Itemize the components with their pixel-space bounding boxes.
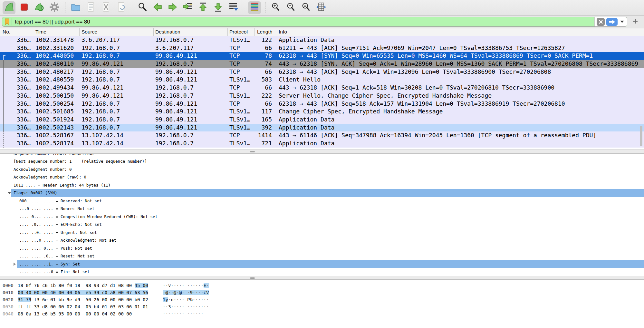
- packet-row[interactable]: 336…1002.49943499.86.49.121192.168.0.7TC…: [0, 84, 644, 92]
- expander-open-icon[interactable]: [8, 192, 11, 194]
- pane-splitter[interactable]: [0, 150, 644, 154]
- packet-row[interactable]: 336…1002.448050192.168.0.799.86.49.121TC…: [0, 52, 644, 60]
- packet-row[interactable]: 336…1002.3314783.6.207.117192.168.0.7TLS…: [0, 36, 644, 44]
- column-header-protocol[interactable]: Protocol: [228, 28, 255, 36]
- hex-row[interactable]: 001000 40 00 00 40 00 40 06 e5 39 c0 a8 …: [0, 289, 644, 296]
- capture-options-button[interactable]: [48, 1, 61, 14]
- packet-row[interactable]: 336…1002.52817413.107.42.14192.168.0.7TL…: [0, 140, 644, 148]
- packet-row[interactable]: 336…1002.50015099.86.49.121192.168.0.7TL…: [0, 92, 644, 100]
- packet-list-header: No.TimeSourceDestinationProtocolLengthIn…: [0, 28, 644, 36]
- column-header-length[interactable]: Length: [255, 28, 272, 36]
- chevron-down-icon[interactable]: [620, 21, 624, 23]
- packet-list-pane: 336…1002.3314783.6.207.117192.168.0.7TLS…: [0, 36, 644, 150]
- display-filter-bar: tcp.port == 80 || udp.port == 80: [0, 15, 644, 28]
- scrollbar-thumb[interactable]: [640, 126, 642, 146]
- detail-tree-row[interactable]: .... ..0. .... = Urgent: Not set: [0, 229, 644, 237]
- ascii-char: &: [190, 297, 192, 302]
- cell-protocol: TLSv1…: [228, 92, 255, 100]
- ascii-char: ·: [174, 304, 176, 309]
- detail-tree-row[interactable]: .... ...0 .... = Acknowledgment: Not set: [0, 236, 644, 245]
- p​ane-splitter[interactable]: [0, 276, 644, 280]
- open-file-button[interactable]: [69, 1, 82, 14]
- filter-apply-button[interactable]: [606, 18, 618, 26]
- find-packet-button[interactable]: [136, 1, 149, 14]
- save-file-button[interactable]: [84, 1, 97, 14]
- detail-tree-row[interactable]: Acknowledgment number (raw): 0: [0, 173, 644, 181]
- zoom-reset-button[interactable]: [300, 1, 312, 14]
- ascii-char: ·: [198, 304, 201, 309]
- hex-bytes: 00 40 00 00 40 00 40 06 e5 39 c0 a8 00 0…: [18, 289, 163, 296]
- zoom-in-button[interactable]: [269, 1, 282, 14]
- filter-clear-button[interactable]: [597, 18, 605, 26]
- detail-tree-row[interactable]: .... .... 0... = Push: Not set: [0, 245, 644, 253]
- hex-byte: 79: [26, 297, 31, 302]
- hex-byte: 00: [67, 311, 72, 316]
- packet-row[interactable]: 336…1002.48011099.86.49.121192.168.0.7TC…: [0, 60, 644, 68]
- detail-tree-row[interactable]: [Next sequence number: 1 (relative seque…: [0, 158, 644, 166]
- detail-tree-row[interactable]: .... .... .0.. = Reset: Not set: [0, 252, 644, 260]
- detail-tree-row[interactable]: .... .0.. .... = ECN-Echo: Not set: [0, 221, 644, 229]
- hex-row[interactable]: 004008 0a 13 e6 b5 95 00 00 00 00 04 02 …: [0, 310, 644, 317]
- restart-capture-button[interactable]: [33, 1, 46, 14]
- hex-byte: 06: [75, 290, 80, 295]
- go-forward-button[interactable]: [166, 1, 179, 14]
- colorize-packets-button[interactable]: [248, 1, 261, 14]
- cell-length: 583: [255, 76, 272, 84]
- column-header-time[interactable]: Time: [33, 28, 80, 36]
- ascii-char: ·: [198, 290, 201, 295]
- auto-scroll-button[interactable]: [227, 1, 240, 14]
- cell-protocol: TCP: [228, 44, 255, 52]
- go-to-packet-button[interactable]: [181, 1, 194, 14]
- filter-value[interactable]: tcp.port == 80 || udp.port == 80: [15, 19, 594, 25]
- hex-byte: 80: [58, 283, 64, 288]
- detail-tree-row[interactable]: ...0 .... .... = Nonce: Not set: [0, 205, 644, 213]
- column-header-source[interactable]: Source: [80, 28, 154, 36]
- packet-row[interactable]: 336…1002.501685192.168.0.799.86.49.121TL…: [0, 108, 644, 116]
- cell-length: 78: [255, 52, 272, 60]
- packet-row[interactable]: 336…1002.501924192.168.0.799.86.49.121TL…: [0, 116, 644, 124]
- packet-row[interactable]: 336…1002.480217192.168.0.799.86.49.121TC…: [0, 68, 644, 76]
- go-back-button[interactable]: [151, 1, 164, 14]
- packet-row[interactable]: 336…1002.52816713.107.42.14192.168.0.7TC…: [0, 131, 644, 140]
- stream-dashed-icon: [3, 140, 4, 148]
- go-to-bottom-button[interactable]: [212, 1, 225, 14]
- expander-closed-icon[interactable]: [14, 263, 16, 266]
- detail-tree-row[interactable]: .... .... ...0 = Fin: Not set: [0, 268, 644, 276]
- detail-tree-row[interactable]: 000. .... .... = Reserved: Not set: [0, 197, 644, 205]
- detail-tree-row[interactable]: Acknowledgment number: 0: [0, 166, 644, 174]
- stop-capture-button[interactable]: [18, 1, 31, 14]
- bookmark-icon[interactable]: [5, 18, 9, 25]
- reload-file-button[interactable]: [115, 1, 128, 14]
- detail-text: Acknowledgment number: 0: [14, 166, 72, 174]
- splitter-handle-icon[interactable]: [250, 151, 255, 152]
- start-capture-button[interactable]: [3, 1, 15, 14]
- detail-tree-row[interactable]: Sequence number (raw): 2665041958: [0, 154, 644, 158]
- close-file-button[interactable]: [100, 1, 112, 14]
- column-header-destination[interactable]: Destination: [154, 28, 228, 36]
- add-filter-button[interactable]: [630, 18, 641, 25]
- hex-gap: [91, 290, 94, 295]
- display-filter-input[interactable]: tcp.port == 80 || udp.port == 80: [2, 17, 627, 27]
- detail-tree-row[interactable]: .... 0... .... = Congestion Window Reduc…: [0, 213, 644, 221]
- column-header-info[interactable]: Info: [272, 28, 644, 36]
- go-to-top-button[interactable]: [197, 1, 209, 14]
- cell-protocol: TLSv1…: [228, 140, 255, 148]
- packet-row[interactable]: 336…1002.480559192.168.0.799.86.49.121TL…: [0, 76, 644, 84]
- ascii-char: ·: [201, 311, 203, 316]
- packet-row[interactable]: 336…1002.331620192.168.0.73.6.207.117TCP…: [0, 44, 644, 52]
- detail-tree-row[interactable]: Flags: 0x002 (SYN): [0, 189, 644, 197]
- hex-gap: [80, 283, 86, 288]
- hex-row[interactable]: 002031 79 f3 6e 01 bb 9e d9 50 26 00 00 …: [0, 296, 644, 303]
- hex-row[interactable]: 000018 0f 76 c6 1b 80 f0 18 98 93 d7 d1 …: [0, 282, 644, 289]
- zoom-out-button[interactable]: [284, 1, 297, 14]
- hex-gap: [132, 297, 134, 302]
- detail-tree-row[interactable]: .... .... ..1. = Syn: Set: [0, 260, 644, 268]
- packet-row[interactable]: 336…1002.502143192.168.0.799.86.49.121TL…: [0, 124, 644, 132]
- ascii-char: ·: [165, 304, 168, 309]
- packet-row[interactable]: 336…1002.500254192.168.0.799.86.49.121TC…: [0, 100, 644, 108]
- column-header-no[interactable]: No.: [0, 28, 33, 36]
- resize-columns-button[interactable]: [315, 1, 328, 14]
- detail-tree-row[interactable]: 1011 .... = Header Length: 44 bytes (11): [0, 181, 644, 189]
- hex-row[interactable]: 0030ff ff 33 d8 00 00 02 04 05 b4 01 03 …: [0, 303, 644, 310]
- splitter-handle-icon[interactable]: [250, 277, 255, 279]
